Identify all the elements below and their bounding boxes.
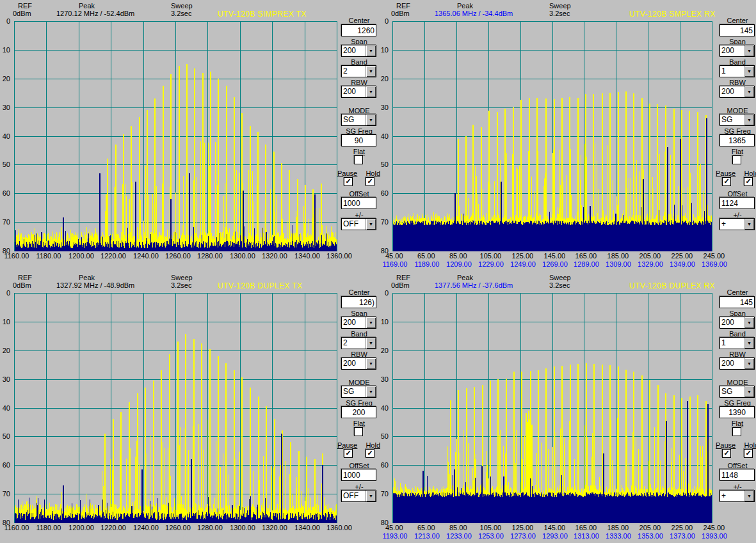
y-axis-labels: 01020304050607080 bbox=[378, 21, 390, 251]
rbw-select[interactable]: 200 bbox=[720, 86, 755, 98]
sweep-label: Sweep bbox=[171, 274, 193, 281]
offset-input[interactable] bbox=[341, 197, 376, 209]
y-tick-label: 30 bbox=[3, 104, 10, 111]
pause-checkbox[interactable] bbox=[344, 449, 353, 458]
offset-input[interactable] bbox=[341, 469, 376, 481]
pause-hold-label: PauseHold bbox=[716, 441, 756, 449]
hold-checkbox[interactable] bbox=[366, 449, 374, 458]
sg-freq-input[interactable] bbox=[341, 406, 376, 418]
x-tick-label: 1320.00 bbox=[262, 524, 287, 531]
dropdown-arrow-icon[interactable] bbox=[744, 86, 754, 97]
sg-freq-input[interactable] bbox=[720, 134, 755, 146]
mode-select[interactable]: SG bbox=[720, 114, 755, 126]
x-tick-label: 1193.00 bbox=[382, 532, 407, 540]
center-input[interactable] bbox=[720, 24, 755, 36]
pause-checkbox[interactable] bbox=[722, 449, 731, 458]
x-tick-label: 225.00 bbox=[672, 252, 693, 260]
flat-label: Flat bbox=[341, 148, 377, 155]
dropdown-arrow-icon[interactable] bbox=[366, 114, 376, 125]
span-select[interactable]: 200 bbox=[720, 317, 755, 329]
dropdown-arrow-icon[interactable] bbox=[366, 219, 376, 230]
band-select[interactable]: 2 bbox=[341, 337, 376, 349]
y-tick-label: 60 bbox=[3, 461, 10, 469]
plusminus-select[interactable]: OFF bbox=[341, 490, 376, 502]
spectrum-plot[interactable] bbox=[392, 293, 712, 523]
x-tick-label: 45.00 bbox=[385, 524, 403, 531]
mode-select[interactable]: SG bbox=[720, 386, 755, 398]
x-tick-label: 1280.00 bbox=[197, 524, 223, 531]
y-tick-label: 60 bbox=[3, 189, 10, 197]
plusminus-select[interactable]: OFF bbox=[341, 218, 376, 230]
spectrum-plot[interactable] bbox=[392, 21, 712, 251]
y-tick-label: 20 bbox=[381, 347, 389, 354]
peak-value: 1270.12 MHz / -52.4dBm bbox=[56, 10, 134, 17]
y-tick-label: 10 bbox=[381, 46, 389, 54]
band-select[interactable]: 1 bbox=[720, 65, 755, 77]
flat-checkbox[interactable] bbox=[354, 155, 363, 164]
flat-checkbox[interactable] bbox=[354, 427, 363, 436]
x-axis-labels: 45.0065.0085.00105.00125.00145.00165.001… bbox=[392, 252, 712, 260]
span-select[interactable]: 200 bbox=[341, 317, 376, 329]
span-select[interactable]: 200 bbox=[720, 45, 755, 57]
dropdown-arrow-icon[interactable] bbox=[744, 338, 754, 349]
peak-value: 1365.06 MHz / -34.4dBm bbox=[435, 10, 513, 17]
pause-checkbox[interactable] bbox=[722, 177, 731, 186]
dropdown-arrow-icon[interactable] bbox=[366, 386, 376, 397]
flat-label: Flat bbox=[720, 148, 755, 155]
center-input[interactable] bbox=[720, 296, 755, 308]
dropdown-arrow-icon[interactable] bbox=[744, 45, 754, 56]
dropdown-arrow-icon[interactable] bbox=[366, 317, 376, 328]
ref-label: REF bbox=[18, 274, 32, 281]
y-tick-label: 20 bbox=[3, 75, 10, 83]
spectrum-plot[interactable] bbox=[14, 293, 337, 523]
pause-hold-label: PauseHold bbox=[337, 169, 380, 177]
x-tick-label: 125.00 bbox=[512, 524, 534, 531]
span-select[interactable]: 200 bbox=[341, 45, 376, 57]
center-input[interactable] bbox=[341, 24, 376, 36]
band-select[interactable]: 2 bbox=[341, 65, 376, 77]
hold-checkbox[interactable] bbox=[366, 177, 374, 186]
sg-freq-input[interactable] bbox=[720, 406, 755, 418]
dropdown-arrow-icon[interactable] bbox=[744, 219, 754, 230]
hold-checkbox[interactable] bbox=[744, 177, 753, 186]
flat-checkbox[interactable] bbox=[732, 427, 741, 436]
spectrum-plot[interactable] bbox=[14, 21, 337, 251]
pause-checkbox[interactable] bbox=[344, 177, 353, 186]
x-tick-label: 1333.00 bbox=[606, 532, 631, 540]
dropdown-arrow-icon[interactable] bbox=[366, 358, 376, 369]
dropdown-arrow-icon[interactable] bbox=[744, 317, 754, 328]
plusminus-select[interactable]: + bbox=[720, 218, 755, 230]
mode-select[interactable]: SG bbox=[341, 386, 376, 398]
dropdown-arrow-icon[interactable] bbox=[366, 338, 376, 349]
x-tick-label: 1253.00 bbox=[478, 532, 504, 540]
mode-select[interactable]: SG bbox=[341, 114, 376, 126]
dropdown-arrow-icon[interactable] bbox=[366, 66, 376, 77]
sg-freq-input[interactable] bbox=[341, 134, 376, 146]
x-tick-label: 1213.00 bbox=[414, 532, 440, 540]
dropdown-arrow-icon[interactable] bbox=[744, 114, 754, 125]
dropdown-arrow-icon[interactable] bbox=[744, 386, 754, 397]
dropdown-arrow-icon[interactable] bbox=[366, 86, 376, 97]
center-input[interactable] bbox=[341, 296, 376, 308]
sweep-label: Sweep bbox=[549, 274, 571, 281]
y-tick-label: 10 bbox=[3, 318, 10, 326]
x-tick-label: 1273.00 bbox=[510, 532, 536, 540]
rbw-select[interactable]: 200 bbox=[341, 358, 376, 370]
x-tick-label: 1313.00 bbox=[574, 532, 599, 540]
dropdown-arrow-icon[interactable] bbox=[744, 358, 754, 369]
offset-input[interactable] bbox=[720, 469, 755, 481]
dropdown-arrow-icon[interactable] bbox=[366, 491, 376, 501]
band-select[interactable]: 1 bbox=[720, 337, 755, 349]
flat-checkbox[interactable] bbox=[732, 155, 741, 164]
x-tick-label: 1353.00 bbox=[638, 532, 663, 540]
rbw-select[interactable]: 200 bbox=[720, 358, 755, 370]
dropdown-arrow-icon[interactable] bbox=[744, 491, 754, 501]
dropdown-arrow-icon[interactable] bbox=[366, 45, 376, 56]
y-tick-label: 50 bbox=[3, 432, 10, 440]
rbw-select[interactable]: 200 bbox=[341, 86, 376, 98]
offset-input[interactable] bbox=[720, 197, 755, 209]
hold-checkbox[interactable] bbox=[744, 449, 753, 458]
control-panel: Center Span 200 Band 1 RBW 200 MODE SG S… bbox=[720, 272, 755, 543]
plusminus-select[interactable]: + bbox=[720, 490, 755, 502]
dropdown-arrow-icon[interactable] bbox=[744, 66, 754, 77]
